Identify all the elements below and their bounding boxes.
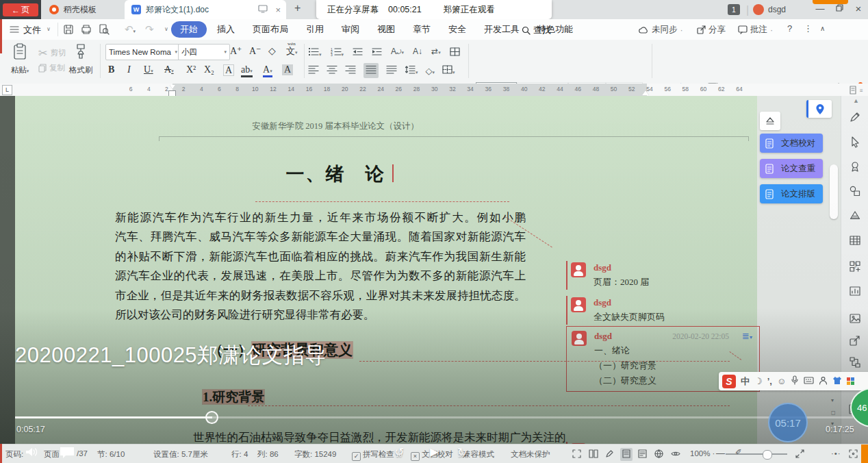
sync-status[interactable]: 未同步· (639, 24, 683, 36)
insert-table-icon[interactable] (450, 47, 460, 59)
grow-font-button[interactable]: A⁺ (230, 45, 242, 57)
focus-mode-icon[interactable] (849, 449, 858, 460)
side-tool-button[interactable]: 文档校对 (760, 134, 823, 153)
image-icon[interactable] (849, 312, 861, 325)
italic-button[interactable]: I (127, 64, 131, 75)
ribbon-tab[interactable]: 开始 (171, 21, 207, 38)
char-shading-button[interactable]: A (282, 64, 293, 75)
zoom-slider-handle[interactable] (763, 450, 772, 460)
annotate-pen-icon[interactable] (849, 111, 861, 123)
text-direction-icon[interactable]: A⤾▾ (391, 47, 404, 59)
paragraph-line-partial[interactable]: 世界性的石油枯竭导致争夺日益激烈，开发新能源将是未来时期广为关注的 (193, 430, 566, 445)
ribbon-tab[interactable]: 引用 (297, 21, 333, 38)
export-icon[interactable] (849, 334, 861, 347)
progress-bar-played[interactable] (15, 416, 212, 418)
ribbon-tab[interactable]: 审阅 (333, 21, 368, 38)
shrink-font-button[interactable]: A⁻ (249, 45, 261, 57)
side-tool-button[interactable]: 论文排版 (760, 184, 823, 203)
indent-marker-right[interactable] (642, 90, 649, 95)
sort-icon[interactable]: A↓ (413, 47, 422, 59)
progress-bar-remaining[interactable] (212, 416, 853, 418)
collapse-tools-button[interactable] (760, 112, 780, 130)
new-tab-button[interactable]: + (294, 2, 301, 14)
paragraph-line[interactable]: 所以对该公司的财务风险进行研究显得非常有必要。 (115, 305, 526, 325)
ribbon-tab[interactable]: 开发工具 (475, 21, 528, 38)
ribbon-tab[interactable]: 视图 (368, 21, 404, 38)
seal-icon[interactable] (849, 160, 861, 173)
numbering-icon[interactable]: 123▾ (331, 47, 344, 59)
comment-button[interactable]: 批注· (738, 24, 773, 36)
paragraph-line[interactable]: 源汽车企业的代表，发展迅速，在美股上市。尽管作为为数不多的新能源汽车上 (115, 266, 526, 286)
select-pointer-icon[interactable] (849, 136, 861, 148)
apps-grid-icon[interactable] (849, 260, 861, 273)
redo-icon[interactable]: ↷ (145, 23, 154, 36)
night-mode-icon[interactable]: ☽ (754, 376, 763, 386)
prev-object-icon[interactable]: ▾ (831, 397, 834, 403)
skin-shirt-icon[interactable] (832, 375, 842, 388)
progress-handle[interactable] (205, 411, 218, 424)
web-view-icon[interactable] (654, 449, 663, 460)
increase-indent-icon[interactable] (372, 47, 382, 59)
file-menu-caret[interactable]: ∨ (47, 26, 51, 32)
ribbon-tab[interactable]: 插入 (208, 21, 244, 38)
shapes-icon[interactable] (849, 185, 861, 197)
paragraph-line[interactable]: 汽车、拜腾汽车、威马汽车等众多新能源车企大量涌现。随着国家对新能源汽车 (115, 227, 526, 247)
rewind-10-button[interactable]: ↺10 (394, 445, 410, 460)
ribbon-tab[interactable]: 章节 (404, 21, 439, 38)
side-tool-button[interactable]: 论文查重 (760, 159, 823, 178)
bullets-icon[interactable]: ▾ (308, 47, 322, 59)
more-icon[interactable]: ⋮ (804, 23, 813, 34)
collapse-ribbon-icon[interactable]: ∧ (820, 25, 825, 32)
ink-icon[interactable] (605, 449, 614, 460)
undo-icon[interactable]: ↶▾ (125, 23, 136, 36)
strikethrough-button[interactable]: A▾ (164, 64, 174, 75)
location-pin-panel[interactable] (806, 100, 832, 118)
file-menu[interactable]: 文件 (23, 24, 41, 36)
superscript-button[interactable]: X² (186, 64, 196, 75)
highlight-color-button[interactable]: ab▾ (241, 64, 253, 77)
home-button[interactable]: ←页 (3, 3, 38, 16)
ruler[interactable]: L 642 2468101214161820222426283032343638… (0, 84, 868, 97)
justify-icon[interactable] (363, 63, 379, 78)
scroll-up-icon[interactable]: ▲ (853, 97, 859, 104)
font-name-select[interactable]: Times New Roma▾ (105, 44, 181, 60)
fullscreen-view-icon[interactable] (572, 449, 581, 460)
play-button[interactable]: ▶ (430, 445, 438, 458)
print-icon[interactable] (81, 24, 92, 38)
paragraph-line[interactable]: 市企业，但是其近年来的财务报表数据不容乐观，业界对其未来发展持担忧态度。 (115, 286, 526, 305)
align-left-icon[interactable] (308, 64, 319, 77)
doc-title[interactable]: 一、绪 论 (130, 162, 541, 186)
bold-button[interactable]: B (108, 64, 114, 75)
borders-icon[interactable]: ▾ (442, 64, 455, 77)
zoom-level[interactable]: 100% · (690, 449, 715, 458)
table-icon[interactable] (849, 234, 861, 247)
merge-shapes-icon[interactable] (849, 356, 861, 368)
fit-page-icon[interactable] (795, 449, 804, 460)
hamburger-icon[interactable] (10, 24, 19, 36)
share-button[interactable]: 分享 (697, 24, 726, 36)
find-menu[interactable]: 查找 (522, 24, 551, 36)
two-page-view-icon[interactable] (589, 449, 598, 460)
font-color-button[interactable]: A▾ (263, 64, 272, 77)
outline-view-icon[interactable] (638, 449, 647, 460)
pan-icon[interactable]: ·•· (831, 449, 841, 458)
comment[interactable]: dsgd ≣▾ 全文缺失页脚页码 (566, 293, 758, 327)
ribbon-tab[interactable]: 页面布局 (244, 21, 297, 38)
spell-check-toggle[interactable]: ✓拼写检查 (352, 449, 394, 461)
format-painter-button[interactable]: 格式刷 (67, 42, 94, 75)
input-method-bar[interactable]: S 中 ☽ ’, ☺ (719, 372, 868, 390)
user-avatar[interactable] (753, 4, 764, 15)
smartart-icon[interactable] (849, 210, 861, 222)
voice-input-icon[interactable] (791, 375, 799, 387)
soft-keyboard-icon[interactable] (804, 376, 814, 386)
notification-badge[interactable]: 1 (728, 4, 740, 15)
ribbon-tab[interactable]: 安全 (439, 21, 475, 38)
close-tab-icon[interactable]: × (275, 5, 281, 15)
document-page[interactable]: 安徽新华学院 2019 届本科毕业论文（设计） 一、绪 论 新能源汽车作为汽车行… (15, 96, 757, 444)
decrease-indent-icon[interactable] (353, 47, 363, 59)
punctuation-icon[interactable]: ’, (767, 376, 772, 386)
paragraph-line[interactable]: 的补贴不断下滑，新能源汽车也面临着相应的挑战。蔚来汽车作为我国新生新能 (115, 247, 526, 266)
save-icon[interactable] (63, 24, 74, 38)
shading-icon[interactable]: ◇▾ (426, 66, 435, 76)
chart-icon[interactable] (849, 285, 861, 297)
